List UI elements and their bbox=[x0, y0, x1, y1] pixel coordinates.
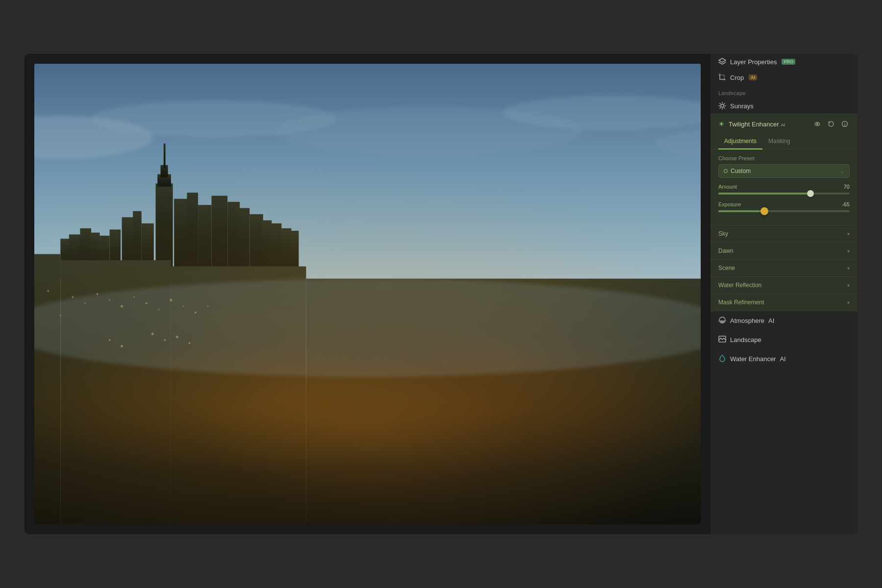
layers-icon bbox=[718, 58, 726, 66]
crop-icon bbox=[718, 74, 726, 81]
sky-chevron: ▾ bbox=[847, 231, 850, 237]
mask-refinement-label: Mask Refinement bbox=[718, 299, 764, 306]
dawn-section-header[interactable]: Dawn ▾ bbox=[710, 243, 858, 259]
layers-svg bbox=[718, 58, 726, 66]
scene-label: Scene bbox=[718, 265, 735, 271]
mask-refinement-section: Mask Refinement ▾ bbox=[710, 294, 858, 311]
exposure-label: Exposure bbox=[718, 201, 741, 207]
eye-icon bbox=[814, 121, 821, 127]
layer-properties-item[interactable]: Layer Properties PRO bbox=[710, 54, 858, 70]
sunrays-svg bbox=[718, 102, 726, 110]
right-panel: Layer Properties PRO Crop AI Landscape bbox=[710, 54, 858, 534]
preset-select-inner: Custom bbox=[724, 168, 751, 174]
tab-adjustments[interactable]: Adjustments bbox=[718, 134, 762, 149]
water-enhancer-ai-badge: AI bbox=[780, 355, 785, 363]
water-svg bbox=[718, 354, 726, 362]
scene-chevron: ▾ bbox=[847, 266, 850, 271]
exposure-slider-row: Exposure -65 bbox=[718, 201, 850, 212]
amount-slider-row: Amount 70 bbox=[718, 184, 850, 195]
crop-item[interactable]: Crop AI bbox=[710, 70, 858, 85]
water-enhancer-icon bbox=[718, 354, 726, 364]
exposure-slider-fill bbox=[718, 210, 764, 212]
crop-label: Crop bbox=[730, 74, 744, 81]
svg-point-61 bbox=[817, 123, 818, 125]
main-canvas bbox=[24, 54, 710, 534]
amount-slider-track[interactable] bbox=[718, 193, 850, 195]
twilight-icon: ☀ bbox=[718, 120, 725, 128]
sunrays-icon bbox=[718, 102, 726, 110]
twilight-enhancer-header[interactable]: ☀ Twilight Enhancer AI bbox=[710, 114, 858, 134]
atmosphere-svg bbox=[718, 316, 726, 324]
dawn-label: Dawn bbox=[718, 247, 734, 254]
info-icon bbox=[841, 121, 848, 127]
landscape-label: Landscape bbox=[730, 336, 761, 343]
svg-point-59 bbox=[721, 104, 724, 107]
preset-label: Choose Preset: bbox=[718, 155, 850, 161]
atmosphere-item[interactable]: Atmosphere AI bbox=[710, 311, 858, 330]
landscape-section-label: Landscape bbox=[710, 85, 858, 98]
svg-point-48 bbox=[47, 290, 49, 292]
info-btn[interactable] bbox=[840, 119, 850, 129]
scene-section-header[interactable]: Scene ▾ bbox=[710, 260, 858, 276]
crop-ai-badge: AI bbox=[749, 74, 757, 80]
amount-label: Amount bbox=[718, 184, 737, 190]
enhancer-tabs: Adjustments Masking bbox=[710, 134, 858, 149]
landscape-svg bbox=[718, 335, 726, 343]
sky-section-header[interactable]: Sky ▾ bbox=[710, 225, 858, 242]
scene-section: Scene ▾ bbox=[710, 259, 858, 276]
photo-frame bbox=[34, 64, 701, 524]
amount-value: 70 bbox=[844, 184, 850, 190]
landscape-item[interactable]: Landscape bbox=[710, 330, 858, 349]
amount-slider-thumb[interactable] bbox=[807, 190, 814, 197]
sky-section: Sky ▾ bbox=[710, 225, 858, 242]
water-enhancer-item[interactable]: Water Enhancer AI bbox=[710, 349, 858, 368]
app-container: Layer Properties PRO Crop AI Landscape bbox=[24, 54, 858, 534]
exposure-slider-track[interactable] bbox=[718, 210, 850, 212]
reset-icon bbox=[828, 121, 834, 127]
atmosphere-label: Atmosphere bbox=[730, 317, 764, 324]
exposure-slider-thumb[interactable] bbox=[760, 207, 768, 215]
tab-masking[interactable]: Masking bbox=[762, 134, 796, 149]
sky-label: Sky bbox=[718, 230, 728, 237]
exposure-value: -65 bbox=[842, 201, 850, 207]
water-reflection-section: Water Reflection ▾ bbox=[710, 276, 858, 294]
amount-slider-header: Amount 70 bbox=[718, 184, 850, 190]
city-lights-overlay bbox=[34, 294, 701, 524]
sunrays-item[interactable]: Sunrays bbox=[710, 98, 858, 114]
preset-row: Choose Preset: Custom ⌄ bbox=[718, 155, 850, 178]
pro-badge: PRO bbox=[782, 59, 795, 65]
twilight-title: Twilight Enhancer AI bbox=[729, 121, 808, 128]
atmosphere-ai-badge: AI bbox=[768, 317, 774, 324]
adjustments-content: Choose Preset: Custom ⌄ Amount 70 bbox=[710, 149, 858, 225]
water-reflection-header[interactable]: Water Reflection ▾ bbox=[710, 277, 858, 294]
mask-refinement-chevron: ▾ bbox=[847, 300, 850, 305]
reset-btn[interactable] bbox=[826, 119, 836, 129]
exposure-slider-header: Exposure -65 bbox=[718, 201, 850, 207]
header-actions bbox=[812, 119, 850, 129]
preset-dot bbox=[724, 169, 728, 173]
preset-select[interactable]: Custom ⌄ bbox=[718, 164, 850, 178]
preset-value: Custom bbox=[731, 168, 751, 174]
atmosphere-icon bbox=[718, 316, 726, 325]
dawn-chevron: ▾ bbox=[847, 248, 850, 254]
water-reflection-label: Water Reflection bbox=[718, 282, 761, 289]
layer-properties-label: Layer Properties bbox=[730, 58, 777, 66]
mask-refinement-header[interactable]: Mask Refinement ▾ bbox=[710, 294, 858, 311]
water-enhancer-label: Water Enhancer bbox=[730, 355, 776, 363]
crop-svg bbox=[718, 74, 726, 81]
water-reflection-chevron: ▾ bbox=[847, 283, 850, 288]
photo-background bbox=[34, 64, 701, 524]
preset-chevron: ⌄ bbox=[840, 169, 844, 174]
amount-slider-fill bbox=[718, 193, 810, 195]
sunrays-label: Sunrays bbox=[730, 102, 754, 110]
landscape-icon bbox=[718, 335, 726, 344]
twilight-ai-badge: AI bbox=[780, 122, 785, 127]
visibility-btn[interactable] bbox=[812, 119, 822, 129]
dawn-section: Dawn ▾ bbox=[710, 242, 858, 259]
twilight-enhancer-panel: ☀ Twilight Enhancer AI bbox=[710, 114, 858, 311]
